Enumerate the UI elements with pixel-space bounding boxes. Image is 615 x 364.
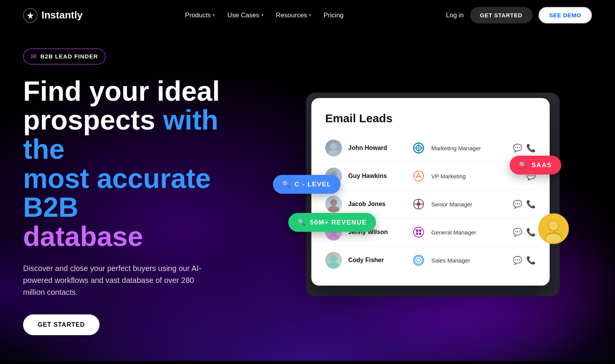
hero-section: ✉ B2B LEAD FINDER Find your idealprospec… <box>0 30 615 361</box>
svg-point-20 <box>328 234 339 241</box>
lead-job-title: Marketing Manager <box>431 145 507 151</box>
table-row: Cody Fisher Sales Manager 💬 📞 <box>325 246 536 274</box>
chevron-down-icon: ▾ <box>261 13 264 18</box>
nav-use-cases[interactable]: Use Cases ▾ <box>227 12 263 19</box>
company-icon <box>412 226 425 239</box>
headline-purple: database <box>23 221 143 252</box>
phone-icon[interactable]: 📞 <box>526 228 536 237</box>
nav-actions: Log in GET STARTED SEE DEMO <box>446 7 592 23</box>
hero-headline: Find your idealprospects with themost ac… <box>23 77 246 251</box>
svg-point-26 <box>330 255 337 262</box>
saas-label: SAAS <box>532 161 552 169</box>
lead-job-title: VP Marketing <box>431 173 520 180</box>
company-icon <box>412 141 425 155</box>
lead-job-title: Sales Manager <box>431 257 507 264</box>
hero-cta-button[interactable]: GET STARTED <box>23 314 100 335</box>
svg-point-21 <box>414 227 424 237</box>
svg-point-12 <box>328 206 339 213</box>
b2b-badge: ✉ B2B LEAD FINDER <box>23 48 106 65</box>
nav-products[interactable]: Products ▾ <box>185 12 215 19</box>
nav-links: Products ▾ Use Cases ▾ Resources ▾ Prici… <box>185 12 343 19</box>
svg-point-29 <box>415 256 422 264</box>
lead-name: John Howard <box>348 145 406 151</box>
nav-pricing[interactable]: Pricing <box>324 12 344 19</box>
svg-point-2 <box>328 150 339 156</box>
hero-subtext: Discover and close your perfect buyers u… <box>23 263 215 298</box>
leads-card-title: Email Leads <box>325 112 536 125</box>
lead-actions: 💬 📞 <box>513 143 536 153</box>
float-person-avatar <box>538 213 569 244</box>
chat-icon[interactable]: 💬 <box>513 143 522 153</box>
logo[interactable]: Instantly <box>23 8 83 23</box>
chevron-down-icon: ▾ <box>213 13 215 18</box>
see-demo-button[interactable]: SEE DEMO <box>539 7 592 23</box>
table-row: John Howard Marketing Manager 💬 📞 <box>325 134 536 162</box>
avatar <box>325 252 342 269</box>
company-icon <box>412 170 425 183</box>
lead-name: Jacob Jones <box>348 201 406 208</box>
badge-label: B2B LEAD FINDER <box>40 53 98 60</box>
c-level-badge: 🔍 C - LEVEL <box>273 175 341 194</box>
lead-actions: 💬 📞 <box>513 256 536 265</box>
phone-icon[interactable]: 📞 <box>526 256 536 265</box>
svg-point-27 <box>328 262 339 269</box>
company-icon <box>412 198 425 211</box>
phone-icon[interactable]: 📞 <box>526 143 536 153</box>
navbar: Instantly Products ▾ Use Cases ▾ Resourc… <box>0 0 615 30</box>
nav-resources[interactable]: Resources ▾ <box>276 12 311 19</box>
search-icon: 🔍 <box>282 180 291 188</box>
svg-rect-22 <box>416 229 418 232</box>
svg-rect-24 <box>416 233 418 235</box>
svg-point-34 <box>549 221 558 230</box>
chat-icon[interactable]: 💬 <box>513 199 522 209</box>
avatar <box>325 196 342 213</box>
saas-badge: 🔍 SAAS <box>510 156 561 175</box>
c-level-label: C - LEVEL <box>295 181 332 188</box>
revenue-label: 50M+ REVENUE <box>310 219 367 226</box>
table-row: Guy Hawkins VP Marketing 💬 <box>325 162 536 190</box>
lead-actions: 💬 📞 <box>513 199 536 209</box>
logo-icon <box>23 8 38 23</box>
svg-point-11 <box>330 199 337 206</box>
search-icon: 🔍 <box>298 218 306 226</box>
company-icon <box>412 254 425 267</box>
leads-card: Email Leads John Howard Marketing Manage… <box>311 98 550 286</box>
avatar <box>325 140 342 156</box>
get-started-button[interactable]: GET STARTED <box>470 7 532 23</box>
lead-name: Guy Hawkins <box>348 173 406 180</box>
leads-table: John Howard Marketing Manager 💬 📞 <box>325 134 536 274</box>
lead-job-title: Senior Manager <box>431 201 507 208</box>
hero-left: ✉ B2B LEAD FINDER Find your idealprospec… <box>23 48 246 336</box>
chat-icon[interactable]: 💬 <box>513 256 522 265</box>
svg-rect-23 <box>419 229 421 232</box>
svg-point-14 <box>417 202 421 206</box>
svg-point-28 <box>414 255 424 265</box>
hero-right: Email Leads John Howard Marketing Manage… <box>246 98 592 286</box>
phone-icon[interactable]: 📞 <box>526 199 536 209</box>
svg-rect-25 <box>419 233 421 235</box>
lead-job-title: General Manager <box>431 229 507 236</box>
chat-icon[interactable]: 💬 <box>513 228 522 237</box>
svg-point-1 <box>330 143 337 150</box>
logo-text: Instantly <box>42 9 83 21</box>
mail-icon: ✉ <box>31 52 37 61</box>
login-button[interactable]: Log in <box>446 12 464 19</box>
chevron-down-icon: ▾ <box>309 13 311 18</box>
revenue-badge: 🔍 50M+ REVENUE <box>288 213 376 232</box>
lead-name: Cody Fisher <box>348 257 406 264</box>
lead-actions: 💬 📞 <box>513 228 536 237</box>
svg-point-30 <box>417 258 421 262</box>
search-icon: 🔍 <box>519 161 528 169</box>
svg-marker-0 <box>27 12 34 19</box>
